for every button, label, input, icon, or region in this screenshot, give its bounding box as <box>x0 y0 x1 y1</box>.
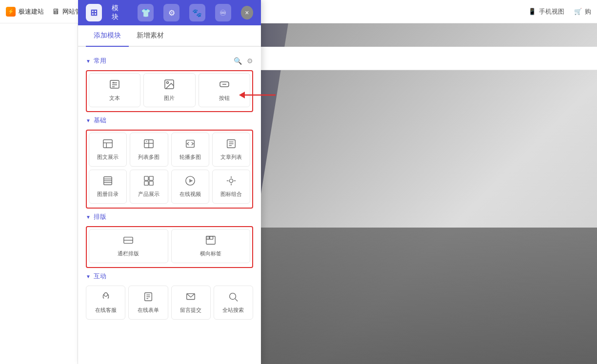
button-icon <box>219 78 230 93</box>
common-red-box: T 文本 图片 <box>86 70 253 112</box>
svg-point-32 <box>229 179 233 183</box>
section-title-common: ▼ 常用 <box>86 57 106 65</box>
jisujianzhan-label: 极速建站 <box>19 7 44 16</box>
online-form-icon <box>143 291 154 305</box>
image-text-icon <box>102 138 113 152</box>
top-bar-right: 📱 手机视图 🛒 购 <box>528 7 591 16</box>
logo-jisujianzhan[interactable]: ⚡ 极速建站 <box>6 7 44 17</box>
top-bar-left: ⚡ 极速建站 🖥 网站管 <box>6 7 81 17</box>
full-layout-icon <box>123 235 134 249</box>
search-icon[interactable]: 🔍 <box>234 57 242 65</box>
customer-service-icon <box>100 291 111 305</box>
module-item-album[interactable]: 图册目录 <box>89 170 127 204</box>
product-icon <box>143 175 154 189</box>
svg-marker-31 <box>189 179 193 183</box>
publish-icon: 🛒 <box>574 8 582 15</box>
publish-btn[interactable]: 🛒 购 <box>574 7 591 16</box>
message-icon <box>185 291 196 305</box>
settings-icon[interactable]: ⚙ <box>247 57 253 65</box>
module-item-site-search[interactable]: 全站搜索 <box>214 286 253 320</box>
horizontal-tab-icon <box>205 235 216 249</box>
jisujianzhan-icon: ⚡ <box>6 7 16 17</box>
section-header-basic: ▼ 基础 <box>86 116 253 125</box>
module-item-list-multi-image[interactable]: 列表多图 <box>130 133 168 167</box>
section-header-common: ▼ 常用 🔍 ⚙ <box>86 57 253 65</box>
module-item-customer-service[interactable]: 在线客服 <box>86 286 125 320</box>
module-label: 模块 <box>112 4 124 21</box>
interactive-arrow-icon: ▼ <box>86 274 91 279</box>
svg-point-48 <box>230 293 236 300</box>
svg-rect-29 <box>149 181 153 185</box>
svg-point-42 <box>104 293 107 296</box>
carousel-icon <box>185 138 196 152</box>
close-button[interactable]: × <box>241 6 254 19</box>
wangzhan-item[interactable]: 🖥 网站管 <box>52 7 81 16</box>
list-multi-image-icon <box>143 138 154 152</box>
tab-new-material[interactable]: 新增素材 <box>129 25 172 46</box>
section-header-interactive: ▼ 互动 <box>86 272 253 281</box>
module-item-image-text[interactable]: 图文展示 <box>89 133 127 167</box>
section-title-layout: ▼ 排版 <box>86 212 106 221</box>
module-item-product[interactable]: 产品展示 <box>130 170 168 204</box>
mobile-view-btn[interactable]: 📱 手机视图 <box>528 7 564 16</box>
section-actions-common: 🔍 ⚙ <box>234 57 253 65</box>
module-item-carousel[interactable]: 轮播多图 <box>171 133 209 167</box>
header-clothes-icon[interactable]: 👕 <box>138 4 154 21</box>
svg-rect-27 <box>149 176 153 180</box>
image-icon <box>163 78 175 93</box>
layout-red-box: 通栏排版 横向标签 <box>86 226 253 268</box>
album-icon <box>102 175 113 189</box>
module-item-icon-combo[interactable]: 图标组合 <box>212 170 250 204</box>
left-sidebar <box>0 0 78 364</box>
site-search-icon <box>228 291 239 305</box>
video-icon <box>185 175 196 189</box>
module-item-message[interactable]: 留言提交 <box>171 286 211 320</box>
header-module-icon[interactable]: ⊞ <box>86 4 102 21</box>
mobile-view-label: 手机视图 <box>539 7 564 16</box>
basic-red-box: 图文展示 列表多图 <box>86 130 253 209</box>
module-item-video[interactable]: 在线视频 <box>171 170 209 204</box>
section-title-interactive: ▼ 互动 <box>86 272 106 281</box>
module-panel: ⊞ 模块 👕 ⚙ 🐾 ♾ × 添加模块 新增素材 ▼ <box>78 0 261 364</box>
module-item-horizontal-tab[interactable]: 横向标签 <box>171 229 251 263</box>
module-tabs: 添加模块 新增素材 <box>78 25 261 47</box>
common-grid: T 文本 图片 <box>89 73 250 107</box>
tab-add-module[interactable]: 添加模块 <box>86 25 129 46</box>
header-link-icon[interactable]: ♾ <box>215 4 231 21</box>
layout-grid: 通栏排版 横向标签 <box>89 229 250 263</box>
module-item-text[interactable]: T 文本 <box>89 73 140 107</box>
publish-label: 购 <box>585 7 591 16</box>
article-list-icon <box>226 138 237 152</box>
icon-combo-icon <box>226 175 237 189</box>
basic-arrow-icon: ▼ <box>86 118 91 123</box>
module-item-image[interactable]: 图片 <box>143 73 195 107</box>
module-item-article-list[interactable]: 文章列表 <box>212 133 250 167</box>
module-content: ▼ 常用 🔍 ⚙ T <box>78 47 261 364</box>
svg-rect-40 <box>206 236 209 239</box>
header-paw-icon[interactable]: 🐾 <box>189 4 205 21</box>
module-item-button[interactable]: 按钮 <box>199 73 250 107</box>
section-header-layout: ▼ 排版 <box>86 212 253 221</box>
interactive-grid: 在线客服 在线表单 <box>86 286 253 320</box>
header-settings-icon[interactable]: ⚙ <box>163 4 179 21</box>
module-grid-icon: ⊞ <box>90 7 98 18</box>
wangzhan-icon: 🖥 <box>52 7 60 16</box>
text-icon: T <box>109 78 120 93</box>
module-panel-header: ⊞ 模块 👕 ⚙ 🐾 ♾ × <box>78 0 261 25</box>
svg-rect-28 <box>144 181 148 185</box>
mobile-icon: 📱 <box>528 8 536 15</box>
svg-point-8 <box>167 82 169 84</box>
svg-line-49 <box>236 299 238 302</box>
module-item-online-form[interactable]: 在线表单 <box>128 286 168 320</box>
module-item-full-layout[interactable]: 通栏排版 <box>89 229 168 263</box>
svg-text:T: T <box>113 81 115 84</box>
layout-arrow-icon: ▼ <box>86 214 91 220</box>
section-title-basic: ▼ 基础 <box>86 116 106 125</box>
svg-rect-11 <box>103 140 112 148</box>
svg-rect-26 <box>144 176 148 180</box>
basic-grid: 图文展示 列表多图 <box>89 133 250 204</box>
svg-rect-41 <box>210 236 213 239</box>
common-arrow-icon: ▼ <box>86 58 91 64</box>
